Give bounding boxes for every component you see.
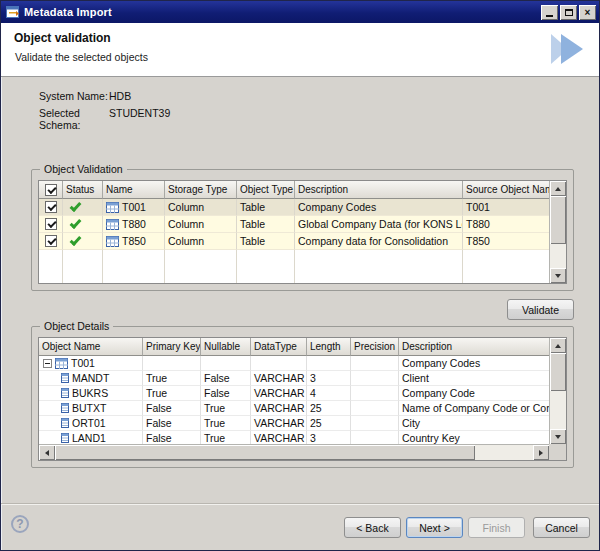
column-header-nullable[interactable]: Nullable — [201, 338, 251, 356]
validation-row-t001[interactable]: T001 Column Table Company Codes T001 — [39, 199, 549, 216]
precision-cell — [351, 371, 399, 386]
primary-key-cell: False — [143, 431, 201, 444]
details-row-bukrs[interactable]: BUKRS True False VARCHAR 4 Company Code — [39, 386, 549, 401]
column-name-text: LAND1 — [72, 432, 106, 444]
help-button[interactable]: ? — [11, 515, 29, 533]
finish-button[interactable]: Finish — [468, 517, 525, 538]
status-cell — [63, 199, 103, 216]
details-vertical-scrollbar[interactable] — [549, 338, 566, 444]
name-cell: T850 — [103, 233, 165, 250]
arrow-right-icon — [539, 450, 543, 456]
row-checkbox[interactable] — [45, 201, 57, 213]
validate-button[interactable]: Validate — [507, 299, 574, 320]
scroll-up-button[interactable] — [550, 338, 566, 353]
scrollbar-thumb[interactable] — [55, 445, 475, 460]
table-icon — [55, 358, 68, 369]
storage-type-cell: Column — [165, 199, 237, 216]
row-checkbox[interactable] — [45, 218, 57, 230]
scroll-down-button[interactable] — [550, 268, 566, 283]
length-cell: 4 — [307, 386, 351, 401]
column-header-description[interactable]: Description — [399, 338, 549, 356]
footer-separator — [1, 503, 599, 505]
validation-vertical-scrollbar[interactable] — [549, 181, 566, 283]
description-cell: City — [399, 416, 549, 431]
details-row-land1[interactable]: LAND1 False True VARCHAR 3 Country Key — [39, 431, 549, 444]
chevron-right-icon — [561, 34, 583, 64]
select-all-checkbox[interactable] — [45, 184, 57, 196]
app-icon — [5, 5, 20, 19]
column-icon — [61, 373, 69, 383]
validation-row-t850[interactable]: T850 Column Table Company data for Conso… — [39, 233, 549, 250]
object-details-group-label: Object Details — [40, 320, 113, 332]
column-header-datatype[interactable]: DataType — [251, 338, 307, 356]
scroll-up-button[interactable] — [550, 181, 566, 196]
object-name-text: T850 — [122, 235, 146, 247]
help-icon: ? — [16, 517, 23, 531]
empty-row — [39, 250, 549, 267]
wizard-arrows-graphic — [551, 34, 583, 64]
object-type-cell: Table — [237, 233, 295, 250]
column-icon — [61, 388, 69, 398]
details-row-ort01[interactable]: ORT01 False True VARCHAR 25 City — [39, 416, 549, 431]
scroll-right-button[interactable] — [533, 445, 549, 460]
back-button[interactable]: < Back — [344, 517, 401, 538]
row-checkbox-cell — [39, 216, 63, 233]
maximize-button[interactable] — [560, 5, 577, 20]
description-cell: Company Codes — [399, 356, 549, 371]
tree-cell: MANDT — [39, 371, 143, 386]
scrollbar-thumb[interactable] — [550, 196, 566, 244]
nullable-cell: False — [201, 386, 251, 401]
validation-row-t880[interactable]: T880 Column Table Global Company Data (f… — [39, 216, 549, 233]
status-ok-icon — [70, 233, 82, 245]
details-row-mandt[interactable]: MANDT True False VARCHAR 3 Client — [39, 371, 549, 386]
name-cell: T880 — [103, 216, 165, 233]
column-header-description[interactable]: Description — [295, 181, 463, 199]
column-name-text: BUTXT — [72, 402, 106, 414]
datatype-cell: VARCHAR — [251, 431, 307, 444]
minimize-button[interactable] — [541, 5, 558, 20]
connection-info: System Name: HDB Selected Schema: STUDEN… — [39, 90, 170, 136]
object-name-text: T001 — [71, 357, 95, 369]
nullable-cell: True — [201, 401, 251, 416]
column-header-select[interactable] — [39, 181, 63, 199]
column-header-status[interactable]: Status — [63, 181, 103, 199]
details-row-parent-t001[interactable]: T001 Company Codes — [39, 356, 549, 371]
next-button[interactable]: Next > — [406, 517, 463, 538]
description-cell: Company Codes — [295, 199, 463, 216]
arrow-down-icon — [555, 274, 561, 278]
title-bar[interactable]: Metadata Import × — [1, 1, 599, 23]
close-button[interactable]: × — [579, 5, 596, 20]
scrollbar-track[interactable] — [550, 391, 566, 429]
scroll-down-button[interactable] — [550, 429, 566, 444]
column-header-source-object-name[interactable]: Source Object Name — [463, 181, 549, 199]
details-horizontal-scrollbar[interactable] — [39, 444, 549, 460]
nullable-cell: True — [201, 431, 251, 444]
details-row-butxt[interactable]: BUTXT False True VARCHAR 25 Name of Comp… — [39, 401, 549, 416]
column-header-precision[interactable]: Precision — [351, 338, 399, 356]
scroll-left-button[interactable] — [39, 445, 55, 460]
maximize-icon — [565, 9, 573, 16]
column-header-object-type[interactable]: Object Type — [237, 181, 295, 199]
storage-type-cell: Column — [165, 233, 237, 250]
column-header-storage-type[interactable]: Storage Type — [165, 181, 237, 199]
scrollbar-track[interactable] — [475, 445, 533, 460]
name-cell: T001 — [103, 199, 165, 216]
cancel-button[interactable]: Cancel — [533, 517, 590, 538]
column-header-length[interactable]: Length — [307, 338, 351, 356]
column-header-name[interactable]: Name — [103, 181, 165, 199]
status-cell — [63, 233, 103, 250]
column-header-object-name[interactable]: Object Name — [39, 338, 143, 356]
collapse-toggle-icon[interactable] — [43, 359, 52, 368]
scrollbar-corner — [549, 444, 566, 460]
page-subtitle: Validate the selected objects — [15, 51, 148, 63]
scrollbar-thumb[interactable] — [550, 353, 566, 391]
system-name-value: HDB — [109, 90, 131, 102]
column-name-text: BUKRS — [72, 387, 108, 399]
selected-schema-label: Selected Schema: — [39, 107, 109, 131]
row-checkbox[interactable] — [45, 235, 57, 247]
status-cell — [63, 216, 103, 233]
wizard-buttons: < Back Next > Finish Cancel — [344, 517, 590, 538]
scrollbar-track[interactable] — [550, 244, 566, 268]
table-icon — [106, 202, 119, 213]
column-header-primary-key[interactable]: Primary Key — [143, 338, 201, 356]
